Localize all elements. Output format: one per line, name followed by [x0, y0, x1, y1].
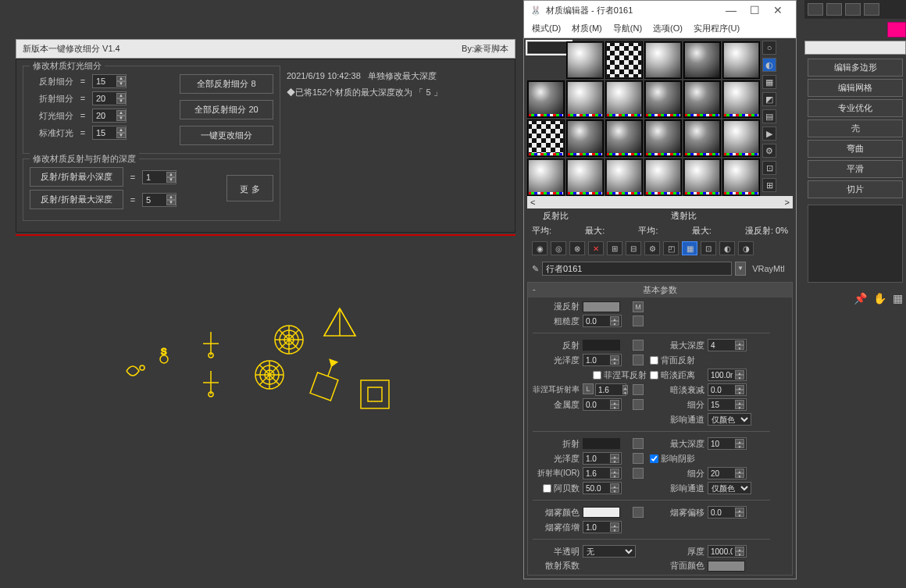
thickness-spinner[interactable]: ▲▼	[708, 545, 747, 558]
rbtn-slice[interactable]: 切片	[808, 180, 903, 198]
std-light-spinner[interactable]: ▲▼	[92, 126, 127, 140]
tab-icon-2[interactable]	[826, 3, 842, 16]
swatch-8[interactable]	[605, 80, 643, 118]
swatch-20[interactable]	[605, 159, 643, 196]
swatch-17[interactable]	[722, 119, 760, 157]
up-arrow-icon[interactable]: ▲	[116, 76, 126, 81]
pin-icon[interactable]: 📌	[854, 292, 867, 305]
max-depth-spinner[interactable]: ▲▼	[142, 193, 177, 207]
rbtn-shell[interactable]: 壳	[808, 119, 903, 137]
tool-icon-10[interactable]: ⊡	[701, 241, 716, 255]
sample-video-icon[interactable]: ▶	[762, 127, 776, 141]
tool-icon-5[interactable]: ⊞	[607, 241, 622, 255]
sample-options-icon[interactable]: ⚙	[762, 144, 776, 158]
refract-color[interactable]	[583, 438, 620, 449]
modifier-stack[interactable]	[808, 205, 903, 283]
subdiv-r-spinner[interactable]: ▲▼	[708, 398, 747, 411]
tool-icon-11[interactable]: ◐	[719, 241, 735, 255]
material-name-input[interactable]	[542, 262, 732, 276]
scroll-right-icon[interactable]: >	[785, 198, 790, 207]
swatch-22[interactable]	[683, 159, 721, 196]
swatch-13[interactable]	[566, 119, 604, 157]
swatch-15[interactable]	[644, 119, 682, 157]
rough-map-button[interactable]	[633, 315, 644, 326]
fresnel-lock-button[interactable]: L	[583, 383, 594, 394]
sample-bg-icon[interactable]: ◩	[762, 92, 776, 106]
close-button[interactable]: ✕	[766, 4, 790, 16]
change-all-button[interactable]: 一键更改细分	[180, 126, 273, 145]
affect-r-select[interactable]: 仅颜色	[708, 413, 751, 426]
all-reflect-20-button[interactable]: 全部反射细分 20	[180, 100, 273, 119]
tool-icon-12[interactable]: ◑	[738, 241, 754, 255]
fresnelior-spinner[interactable]: ▲▼	[595, 383, 626, 396]
maxdepth-t-spinner[interactable]: ▲▼	[708, 437, 747, 450]
tool-icon-7[interactable]: ⚙	[644, 241, 660, 255]
reflect-sub-input[interactable]	[93, 77, 116, 86]
sample-select-icon[interactable]: ⊡	[762, 161, 776, 175]
min-depth-spinner[interactable]: ▲▼	[142, 170, 177, 184]
sample-checker-icon[interactable]: ▦	[762, 75, 776, 89]
menu-util[interactable]: 实用程序(U)	[694, 23, 740, 34]
rbtn-edit-poly[interactable]: 编辑多边形	[808, 59, 903, 77]
metal-spinner[interactable]: ▲▼	[583, 398, 622, 411]
fogbias-spinner[interactable]: ▲▼	[708, 506, 747, 519]
modifier-color-swatch[interactable]	[887, 22, 906, 37]
swatch-18[interactable]	[527, 159, 565, 196]
reflect-color[interactable]	[583, 340, 620, 351]
affectshadow-checkbox[interactable]	[650, 454, 658, 463]
swatch-10[interactable]	[683, 80, 721, 118]
subdiv-t-spinner[interactable]: ▲▼	[708, 467, 747, 479]
gloss-spinner[interactable]: ▲▼	[583, 354, 622, 366]
refract-sub-spinner[interactable]: ▲▼	[92, 91, 127, 105]
swatch-1[interactable]	[566, 41, 604, 79]
sample-uv-icon[interactable]: ▤	[762, 109, 776, 123]
reflect-sub-spinner[interactable]: ▲▼	[92, 74, 127, 88]
swatch-23[interactable]	[722, 159, 760, 196]
material-name-dropdown[interactable]: ▼	[735, 262, 746, 276]
swatch-6[interactable]	[527, 80, 565, 118]
tool-icon-3[interactable]: ⊗	[569, 241, 585, 255]
min-depth-button[interactable]: 反射/折射最小深度	[30, 167, 123, 187]
tool-icon-1[interactable]: ◉	[532, 241, 548, 255]
abbe-checkbox[interactable]	[543, 484, 551, 493]
tool-icon-6[interactable]: ⊟	[626, 241, 641, 255]
rough-spinner[interactable]: ▲▼	[583, 315, 622, 327]
tab-icon-3[interactable]	[845, 3, 861, 16]
diffuse-color[interactable]	[583, 301, 620, 312]
max-depth-button[interactable]: 反射/折射最大深度	[30, 190, 123, 209]
material-type-label[interactable]: VRayMtl	[749, 264, 788, 273]
tool-icon-4[interactable]: ✕	[588, 241, 604, 255]
rbtn-edit-mesh[interactable]: 编辑网格	[808, 79, 903, 97]
swatch-16[interactable]	[683, 119, 721, 157]
abbe-spinner[interactable]: ▲▼	[583, 482, 622, 494]
tool-icon-8[interactable]: ◰	[663, 241, 679, 255]
backcolor-box[interactable]	[708, 561, 745, 572]
diffuse-map-button[interactable]: M	[633, 301, 644, 312]
menu-mode[interactable]: 模式(D)	[532, 23, 561, 34]
maxdepth-r-spinner[interactable]: ▲▼	[708, 339, 747, 351]
dimfall-spinner[interactable]: ▲▼	[708, 383, 747, 396]
light-sub-spinner[interactable]: ▲▼	[92, 109, 127, 123]
rbtn-smooth[interactable]: 平滑	[808, 160, 903, 178]
swatch-12[interactable]	[527, 119, 565, 157]
menu-nav[interactable]: 导航(N)	[613, 23, 642, 34]
scroll-left-icon[interactable]: <	[530, 198, 535, 207]
swatch-0[interactable]	[527, 41, 571, 54]
tool-icon-2[interactable]: ◎	[551, 241, 566, 255]
eyedropper-icon[interactable]: ✎	[532, 264, 539, 274]
reflect-map-button[interactable]	[633, 340, 644, 351]
translucent-select[interactable]: 无	[583, 545, 636, 558]
swatch-4[interactable]	[683, 41, 721, 79]
fogmult-spinner[interactable]: ▲▼	[583, 521, 622, 533]
dimdist-spinner[interactable]: ▲▼	[708, 369, 747, 381]
fogcolor-box[interactable]	[583, 507, 620, 518]
swatch-5[interactable]	[722, 41, 760, 79]
minimize-button[interactable]: —	[719, 4, 743, 16]
affect-t-select[interactable]: 仅颜色	[708, 482, 751, 494]
more-button[interactable]: 更 多	[226, 175, 273, 201]
swatch-19[interactable]	[566, 159, 604, 196]
gloss-map-button[interactable]	[633, 355, 644, 365]
material-editor-titlebar[interactable]: 🐰 材质编辑器 - 行者0161 — ☐ ✕	[524, 1, 796, 20]
swatch-21[interactable]	[644, 159, 682, 196]
swatch-14[interactable]	[605, 119, 643, 157]
